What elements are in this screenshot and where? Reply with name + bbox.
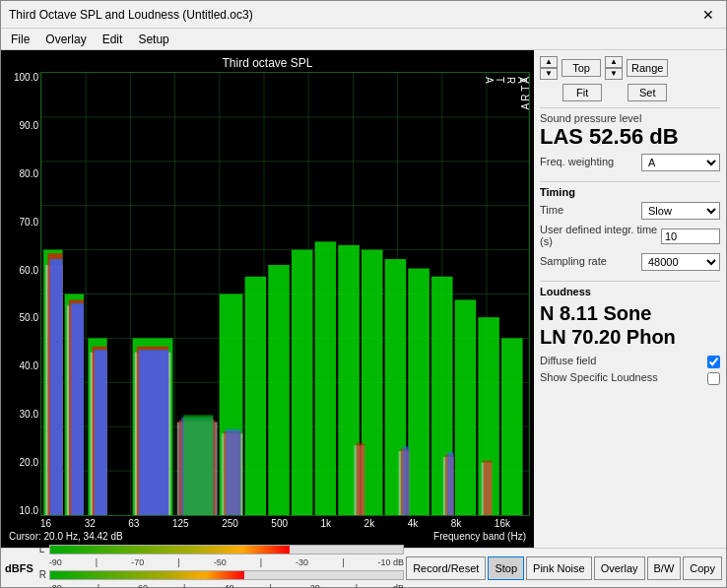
svg-rect-27: [268, 265, 290, 515]
top-button[interactable]: Top: [562, 59, 601, 77]
x-axis-labels: 16 32 63 125 250 500 1k 2k 4k 8k 16k: [5, 516, 530, 529]
freq-weighting-select[interactable]: A: [641, 154, 720, 171]
chart-footer: Cursor: 20.0 Hz, 34.42 dB Frequency band…: [5, 529, 530, 544]
bw-button[interactable]: B/W: [647, 556, 682, 580]
svg-rect-47: [71, 303, 84, 515]
loudness-n-value: N 8.11 Sone: [540, 301, 720, 325]
sampling-row: Sampling rate 48000: [540, 253, 720, 271]
close-button[interactable]: ✕: [698, 5, 718, 25]
cursor-info: Cursor: 20.0 Hz, 34.42 dB: [9, 531, 123, 542]
menu-bar: File Overlay Edit Setup: [1, 29, 726, 50]
svg-rect-53: [183, 415, 213, 515]
timing-section: Timing Time Slow User defined integr. ti…: [540, 181, 720, 275]
r-label: R: [39, 569, 49, 580]
level-meter: L -90 | -70 | -50 | -30 | -10 dB: [39, 544, 404, 589]
top-down-button[interactable]: ▼: [540, 68, 558, 80]
l-meter-fill: [50, 546, 291, 554]
svg-rect-58: [357, 443, 365, 515]
title-bar: Third Octave SPL and Loudness (Untitled.…: [1, 1, 726, 29]
l-meter-track: [49, 545, 404, 555]
pink-noise-button[interactable]: Pink Noise: [526, 556, 592, 580]
set-button[interactable]: Set: [628, 84, 667, 101]
chart-area: Third octave SPL 100.0 90.0 80.0 70.0 60…: [1, 50, 534, 548]
spl-section-label: Sound pressure level: [540, 112, 720, 124]
range-down-button[interactable]: ▼: [605, 68, 623, 80]
loudness-ln-value: LN 70.20 Phon: [540, 325, 720, 349]
show-specific-checkbox[interactable]: [707, 372, 720, 385]
time-row: Time Slow: [540, 202, 720, 220]
svg-rect-33: [408, 269, 430, 515]
top-controls: ▲ ▼ Top ▲ ▼ Range Fit S: [540, 56, 720, 101]
show-specific-label: Show Specific Loudness: [540, 371, 658, 383]
overlay-button[interactable]: Overlay: [594, 556, 645, 580]
range-spinner: ▲ ▼: [605, 56, 623, 80]
loudness-section: Loudness N 8.11 Sone LN 70.20 Phon Diffu…: [540, 281, 720, 388]
user-integr-row: User defined integr. time (s): [540, 224, 720, 249]
diffuse-field-checkbox[interactable]: [707, 356, 720, 368]
user-integr-label: User defined integr. time (s): [540, 224, 661, 247]
bottom-bar: dBFS L -90 | -70 | -50 | -30 |: [1, 548, 726, 587]
main-content: Third octave SPL 100.0 90.0 80.0 70.0 60…: [1, 50, 726, 548]
svg-rect-29: [315, 241, 337, 515]
freq-weighting-row: Freq. weighting A: [540, 154, 720, 171]
menu-file[interactable]: File: [5, 31, 35, 47]
svg-rect-64: [447, 452, 453, 515]
dbfs-label: dBFS: [5, 562, 37, 574]
freq-weighting-label: Freq. weighting: [540, 156, 614, 167]
time-select[interactable]: Slow: [641, 202, 720, 220]
chart-canvas: A R T A ARTA: [40, 72, 530, 516]
time-label: Time: [540, 204, 563, 216]
top-up-button[interactable]: ▲: [540, 56, 558, 68]
user-integr-input[interactable]: [661, 229, 720, 244]
svg-rect-28: [292, 250, 313, 515]
arta-text: ARTA: [484, 77, 527, 84]
svg-rect-37: [501, 338, 523, 515]
range-up-button[interactable]: ▲: [605, 56, 623, 68]
loudness-title: Loudness: [540, 286, 720, 297]
stop-button[interactable]: Stop: [488, 556, 524, 580]
chart-wrapper: 100.0 90.0 80.0 70.0 60.0 50.0 40.0 30.0…: [5, 72, 530, 516]
r-meter-fill: [50, 571, 244, 579]
svg-rect-49: [139, 350, 168, 515]
top-spinner: ▲ ▼: [540, 56, 558, 80]
diffuse-field-label: Diffuse field: [540, 355, 596, 366]
main-window: Third Octave SPL and Loudness (Untitled.…: [0, 0, 727, 588]
svg-rect-35: [455, 299, 477, 515]
record-reset-button[interactable]: Record/Reset: [406, 556, 486, 580]
svg-rect-31: [362, 250, 383, 515]
copy-button[interactable]: Copy: [683, 556, 722, 580]
y-axis: 100.0 90.0 80.0 70.0 60.0 50.0 40.0 30.0…: [5, 72, 40, 516]
svg-rect-66: [484, 460, 493, 515]
svg-rect-61: [403, 446, 409, 515]
menu-edit[interactable]: Edit: [97, 31, 129, 47]
timing-title: Timing: [540, 186, 720, 198]
spl-section: Sound pressure level LAS 52.56 dB Freq. …: [540, 107, 720, 175]
range-button[interactable]: Range: [627, 59, 668, 77]
r-meter-track: [49, 570, 404, 580]
top-control-group: ▲ ▼ Top ▲ ▼ Range Fit S: [540, 56, 668, 101]
diffuse-field-row: Diffuse field: [540, 355, 720, 368]
chart-title: Third octave SPL: [5, 54, 530, 72]
sampling-label: Sampling rate: [540, 255, 607, 267]
freq-band-label: Frequency band (Hz): [433, 531, 526, 542]
svg-rect-46: [50, 259, 63, 515]
menu-setup[interactable]: Setup: [132, 31, 174, 47]
fit-button[interactable]: Fit: [562, 84, 602, 101]
spl-value: LAS 52.56 dB: [540, 124, 720, 150]
menu-overlay[interactable]: Overlay: [39, 31, 92, 47]
svg-rect-48: [95, 350, 107, 515]
show-specific-row: Show Specific Loudness: [540, 371, 720, 385]
svg-rect-26: [245, 277, 267, 515]
bottom-buttons: Record/Reset Stop Pink Noise Overlay B/W…: [406, 556, 722, 580]
window-title: Third Octave SPL and Loudness (Untitled.…: [9, 8, 253, 22]
right-panel: ▲ ▼ Top ▲ ▼ Range Fit S: [534, 50, 726, 548]
svg-rect-56: [226, 429, 240, 515]
sampling-select[interactable]: 48000: [641, 253, 720, 271]
